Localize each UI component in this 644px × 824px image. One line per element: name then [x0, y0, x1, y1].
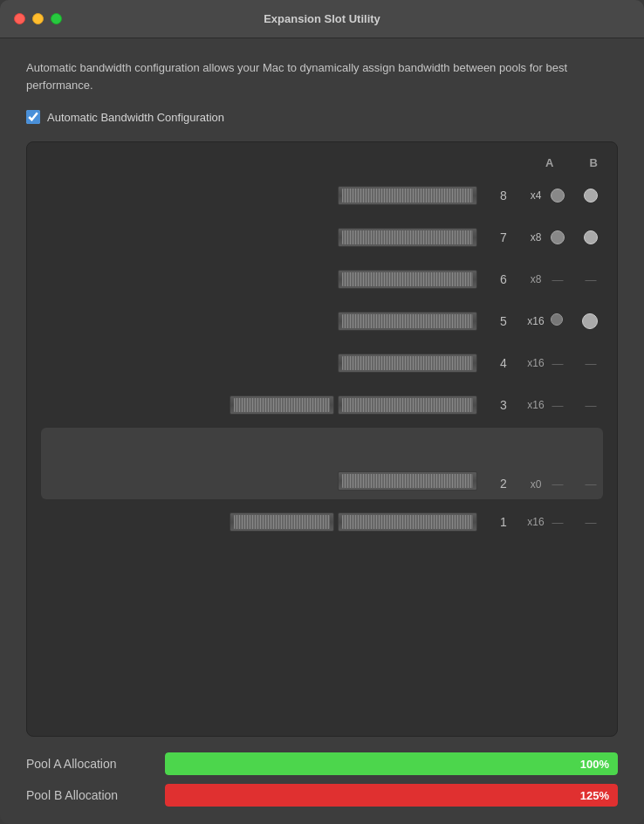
connector-area-3 [41, 395, 486, 415]
radio-group-7 [551, 230, 603, 244]
slot-number-1: 1 [495, 515, 512, 529]
connector-area-8 [41, 186, 486, 205]
dash-b-3: — [584, 399, 598, 412]
slot-number-6: 6 [495, 272, 512, 286]
connector-4 [338, 354, 477, 373]
close-button[interactable] [14, 13, 25, 24]
description-text: Automatic bandwidth configuration allows… [26, 59, 618, 94]
connector-1b [338, 512, 477, 532]
pool-a-bar-container: 100% [165, 752, 618, 775]
slot-speed-7: x8 [521, 231, 551, 244]
slot-row-7: 7 x8 [41, 216, 603, 258]
dash-b-6: — [584, 273, 598, 286]
slot-number-7: 7 [495, 230, 512, 244]
slot-row-1: 1 x16 — — [41, 501, 603, 543]
radio-group-8 [551, 189, 603, 203]
connector-8 [338, 186, 477, 205]
connector-3b [338, 395, 477, 415]
slot-speed-8: x4 [521, 189, 551, 202]
slot-speed-6: x8 [521, 273, 551, 285]
slot-speed-4: x16 [521, 357, 551, 369]
col-b-label: B [590, 156, 598, 169]
title-bar: Expansion Slot Utility [0, 0, 644, 38]
radio-a-5[interactable] [551, 313, 563, 326]
slots-panel: A B 8 x4 [26, 141, 618, 737]
maximize-button[interactable] [51, 13, 62, 24]
dash-b-4: — [584, 357, 598, 370]
radio-group-1: — — [551, 516, 603, 529]
radio-group-5 [551, 313, 603, 329]
pool-section: Pool A Allocation 100% Pool B Allocation… [26, 752, 618, 807]
dash-a-3: — [551, 399, 565, 412]
window-title: Expansion Slot Utility [264, 12, 380, 25]
pool-b-row: Pool B Allocation 125% [26, 784, 618, 807]
auto-bandwidth-checkbox[interactable] [26, 110, 40, 124]
slot-speed-1: x16 [521, 516, 551, 528]
slot-row-6: 6 x8 — — [41, 258, 603, 300]
slot-2-highlighted-area: 2 x0 — — [41, 428, 603, 499]
pool-b-label: Pool B Allocation [26, 788, 153, 802]
connector-1a [230, 512, 334, 532]
connector-area-6 [41, 270, 486, 289]
slot-number-4: 4 [495, 356, 512, 370]
pool-a-label: Pool A Allocation [26, 757, 153, 771]
slot-number-3: 3 [495, 398, 512, 412]
dash-a-2: — [551, 477, 565, 491]
radio-a-8[interactable] [551, 189, 565, 203]
dash-a-1: — [551, 516, 565, 529]
connector-7 [338, 228, 477, 247]
ab-header: A B [545, 156, 598, 169]
connector-area-4 [41, 354, 486, 373]
minimize-button[interactable] [32, 13, 44, 24]
slot-row-8: 8 x4 [41, 175, 603, 216]
app-window: Expansion Slot Utility Automatic bandwid… [0, 0, 644, 824]
connector-2 [338, 471, 477, 491]
slot-number-2: 2 [495, 477, 512, 491]
slot-row-3: 3 x16 — — [41, 384, 603, 426]
slots-header: A B [41, 156, 603, 169]
dash-b-2: — [584, 477, 598, 491]
slot-number-8: 8 [495, 189, 512, 203]
slot-speed-2: x0 [521, 478, 551, 491]
pool-a-row: Pool A Allocation 100% [26, 752, 618, 775]
slot-row-4: 4 x16 — — [41, 342, 603, 384]
radio-group-2: — — [551, 477, 603, 491]
main-content: Automatic bandwidth configuration allows… [0, 38, 644, 824]
pool-a-value: 100% [580, 758, 609, 771]
slot-rows: 8 x4 7 x8 [41, 175, 603, 722]
pool-b-bar: 125% [165, 784, 618, 807]
radio-b-7[interactable] [584, 230, 598, 244]
connector-5 [338, 312, 477, 331]
connector-3a [230, 395, 334, 415]
pool-b-value: 125% [580, 789, 609, 802]
slot-number-5: 5 [495, 314, 512, 328]
slot-row-2: 2 x0 — — [41, 428, 603, 499]
slot-speed-5: x16 [521, 315, 551, 327]
slot-speed-3: x16 [521, 399, 551, 411]
connector-area-5 [41, 312, 486, 331]
radio-b-5[interactable] [582, 313, 598, 329]
pool-a-bar: 100% [165, 752, 618, 775]
connector-area-1 [41, 512, 486, 532]
pool-b-bar-container: 125% [165, 784, 618, 807]
dash-a-6: — [551, 273, 565, 286]
dash-a-4: — [551, 357, 565, 370]
radio-b-8[interactable] [584, 189, 598, 203]
connector-6 [338, 270, 477, 289]
col-a-label: A [545, 156, 553, 169]
auto-bandwidth-label: Automatic Bandwidth Configuration [47, 111, 224, 124]
slot-row-5: 5 x16 [41, 300, 603, 342]
connector-area-7 [41, 228, 486, 247]
radio-group-3: — — [551, 399, 603, 412]
dash-b-1: — [584, 516, 598, 529]
radio-group-6: — — [551, 273, 603, 286]
radio-a-7[interactable] [551, 230, 565, 244]
auto-bandwidth-row[interactable]: Automatic Bandwidth Configuration [26, 110, 618, 124]
connector-area-2 [41, 471, 486, 491]
traffic-lights [14, 13, 62, 24]
radio-group-4: — — [551, 357, 603, 370]
